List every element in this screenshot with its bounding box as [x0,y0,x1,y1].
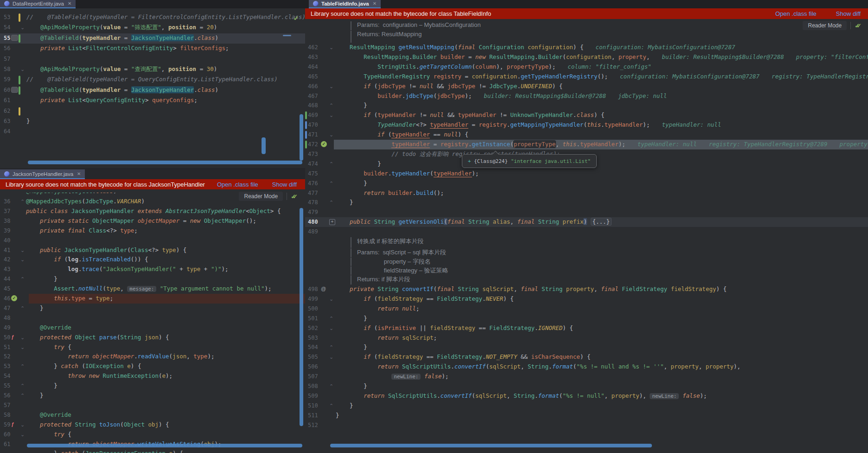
horizontal-scrollbar[interactable] [27,444,302,447]
tab-tablefieldinfo[interactable]: TableFieldInfo.java ✕ [309,0,381,8]
horizontal-scrollbar[interactable] [28,161,302,164]
code-text: Assert.notNull(type, message: "Type argu… [26,285,272,292]
fold-expand-icon[interactable]: + [329,219,335,225]
doc-text: fieldStrategy – 验证策略 [351,266,448,275]
code-line: 41⌄ public JacksonTypeHandler(Class<?> t… [0,246,305,255]
line-number: 43 [4,266,10,272]
code-line: 464 StringUtils.getTargetColumn(column),… [305,62,868,72]
vcs-changed-marker[interactable] [305,121,307,129]
code-text: newLine: false); [336,373,449,380]
line-number: 474 [308,161,318,167]
code-text: try { [26,431,71,438]
code-line: 477 return builder.build(); [305,188,868,198]
line-number: 54 [4,24,10,31]
code-line: 480+ public String getVersionOli(final S… [305,217,868,227]
breakpoint-icon[interactable]: ✓ [321,141,327,147]
horizontal-scrollbar[interactable] [330,444,652,447]
line-number: 475 [308,170,318,177]
reader-mode-button[interactable]: Reader Mode [239,192,283,201]
reader-mode-button[interactable]: Reader Mode [803,21,847,30]
scrollbar-thumb[interactable] [262,137,266,154]
fold-chevron-icon[interactable]: ⌄ [329,132,333,137]
show-diff-link[interactable]: Show diff [836,10,861,17]
close-icon[interactable]: ✕ [77,172,81,176]
fold-chevron-icon[interactable]: ⌄ [20,422,25,427]
tab-jacksontypehandler[interactable]: JacksonTypeHandler.java ✕ [0,169,85,179]
fold-chevron-icon[interactable]: ⌄ [20,432,25,437]
line-number: 39 [4,227,10,234]
fold-chevron-icon[interactable]: ⌄ [20,25,25,30]
gutter-marker-icon[interactable] [11,35,18,41]
vcs-added-marker[interactable] [19,86,20,95]
inspections-ok-icon[interactable]: ✓ [294,15,299,22]
fold-end-icon[interactable]: ⌃ [329,345,333,350]
fold-chevron-icon[interactable]: ⌄ [329,326,333,331]
vcs-modified-marker[interactable] [19,107,20,116]
code-line: 45 Assert.notNull(type, message: "Type a… [0,284,305,294]
breakpoint-icon[interactable]: ✓ [11,295,17,301]
rendered-doc-toggle-icon[interactable]: @ [321,286,326,291]
fold-end-icon[interactable]: ⌃ [20,364,25,369]
fold-chevron-icon[interactable]: ⌄ [20,257,25,262]
close-icon[interactable]: ✕ [68,1,71,6]
fold-end-icon[interactable]: ⌃ [20,383,25,388]
vcs-added-marker[interactable] [305,111,307,119]
fold-chevron-icon[interactable]: ⌄ [20,67,25,72]
fold-chevron-icon[interactable]: ⌄ [329,84,333,89]
line-number: 63 [4,118,10,124]
fold-end-icon[interactable]: ⌃ [329,103,333,108]
code-line: 498@ private String convertIf(final Stri… [305,285,868,294]
fold-chevron-icon[interactable]: ⌄ [329,45,333,50]
code-text: } [336,102,367,109]
code-text: } [336,180,367,187]
fold-end-icon[interactable]: ⌃ [20,393,25,398]
gutter-marker-icon[interactable] [11,87,18,93]
inspections-ok-icon[interactable]: ✓✓ [291,193,298,200]
vcs-added-marker[interactable] [19,76,20,84]
code-text: @MappedJdbcTypes(JdbcType.VARCHAR) [26,198,145,205]
fold-end-icon[interactable]: ⌃ [329,316,333,321]
code-line: 63} [0,116,305,127]
line-number: 489 [308,228,318,235]
show-diff-link[interactable]: Show diff [272,181,297,188]
fold-end-icon[interactable]: ⌃ [329,200,333,205]
vcs-changed-marker[interactable] [305,131,307,139]
line-number: 511 [308,412,318,419]
tab-datareportentity[interactable]: DataReportEntity.java ✕ [0,0,76,8]
code-text: builder.jdbcType(jdbcType);builder: Resu… [336,92,667,99]
fold-end-icon[interactable]: ⌃ [20,277,25,282]
line-number: 499 [308,296,318,302]
inspections-ok-icon[interactable]: ✓✓ [855,22,862,29]
code-line: 508⌃ } [305,382,868,391]
debugger-evaluate-popup[interactable]: + {Class@224} "interface java.util.List" [462,154,597,168]
open-class-file-link[interactable]: Open .class file [217,181,258,188]
fold-chevron-icon[interactable]: ⌄ [20,248,25,253]
doc-comment-line: 转换成 if 标签的脚本片段 [305,237,868,248]
close-icon[interactable]: ✕ [373,1,377,6]
line-number: 464 [308,64,318,70]
override-method-icon[interactable]: ƒ [11,421,14,427]
code-text: return SqlScriptUtils.convertIf(sqlScrip… [336,363,740,370]
fold-end-icon[interactable]: ⌃ [20,306,25,311]
fold-chevron-icon[interactable]: ⌄ [20,345,25,350]
code-line: 56⌃ } [0,391,305,401]
fold-chevron-icon[interactable]: ⌄ [329,297,333,302]
vertical-scrollbar[interactable] [300,114,303,161]
vertical-scrollbar[interactable] [300,208,303,426]
code-line: 58 @Override [0,410,305,420]
vcs-added-marker[interactable] [19,34,20,43]
expand-icon[interactable]: + [468,158,471,164]
doc-comment-line: fieldStrategy – 验证策略 [305,266,868,275]
fold-end-icon[interactable]: ⌃ [329,384,333,389]
vcs-added-marker[interactable] [305,141,307,149]
fold-chevron-icon[interactable]: ⌄ [329,113,333,118]
fold-end-icon[interactable]: ⌃ [20,199,25,204]
fold-end-icon[interactable]: ⌃ [329,181,333,186]
fold-end-icon[interactable]: ⌃ [329,162,333,167]
fold-chevron-icon[interactable]: ⌄ [20,335,25,340]
fold-chevron-icon[interactable]: ⌄ [329,355,333,360]
override-method-icon[interactable]: ƒ [11,334,14,340]
open-class-file-link[interactable]: Open .class file [775,10,817,17]
vcs-modified-marker[interactable] [19,13,20,22]
fold-end-icon[interactable]: ⌃ [329,403,333,408]
